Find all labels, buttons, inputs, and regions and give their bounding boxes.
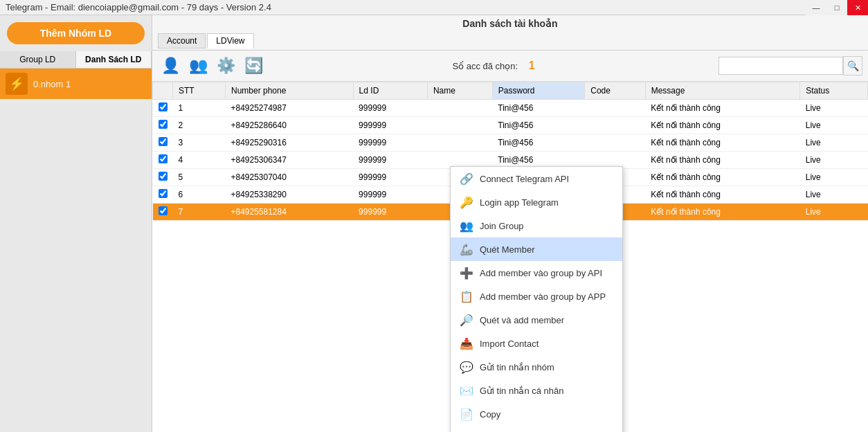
table-row[interactable]: 2 +84925286640 999999 Tini@456 Kết nối t… [153, 117, 868, 134]
menu-item-icon-6: 🔎 [459, 312, 474, 327]
tab-ldview[interactable]: LDView [207, 33, 253, 48]
sidebar-tabs: Group LD Danh Sách LD [0, 51, 152, 69]
title-bar: Telegram - Email: diencoiapple@gmail.com… [0, 0, 868, 15]
row-phone: +84925306347 [225, 152, 353, 169]
menu-item-label-8: Gửi tin nhắn nhóm [480, 362, 554, 372]
refresh-icon[interactable]: 🔄 [241, 53, 266, 78]
row-status: Live [800, 100, 868, 117]
row-status: Live [800, 169, 868, 186]
context-menu-item-5[interactable]: 📋 Add member vào group by APP [451, 285, 622, 308]
row-phone: +84925581284 [225, 204, 353, 221]
row-checkbox[interactable] [153, 152, 173, 169]
row-message: Kết nối thành công [645, 134, 800, 152]
row-stt: 6 [173, 186, 226, 204]
row-phone: +84925338290 [225, 186, 353, 204]
context-menu-item-6[interactable]: 🔎 Quét và add member [451, 308, 622, 332]
row-phone: +84925290316 [225, 134, 353, 152]
row-status: Live [800, 186, 868, 204]
context-menu-item-0[interactable]: 🔗 Connect Telegram API [451, 167, 622, 190]
row-checkbox[interactable] [153, 134, 173, 152]
row-ldid: 999999 [353, 100, 427, 117]
add-group-button[interactable]: Thêm Nhóm LD [7, 22, 145, 44]
row-message: Kết nối thành công [645, 169, 800, 186]
menu-item-icon-8: 💬 [459, 359, 474, 375]
close-button[interactable]: ✕ [847, 0, 868, 15]
row-stt: 4 [173, 152, 226, 169]
tab-group-ld[interactable]: Group LD [0, 51, 76, 68]
menu-item-icon-7: 📥 [459, 336, 474, 351]
row-password: Tini@456 [492, 100, 584, 117]
menu-item-label-2: Join Group [480, 221, 524, 231]
menu-item-icon-9: ✉️ [459, 383, 474, 398]
title-bar-controls: — □ ✕ [806, 0, 868, 15]
row-ldid: 999999 [353, 134, 427, 152]
settings-icon[interactable]: ⚙️ [213, 53, 238, 78]
title-bar-text: Telegram - Email: diencoiapple@gmail.com… [6, 2, 271, 12]
person-add-icon[interactable]: 👤 [158, 53, 183, 78]
search-button[interactable]: 🔍 [843, 56, 862, 75]
table-row[interactable]: 3 +84925290316 999999 Tini@456 Kết nối t… [153, 134, 868, 152]
row-status: Live [800, 117, 868, 134]
row-stt: 3 [173, 134, 226, 152]
context-menu-item-7[interactable]: 📥 Import Contact [451, 332, 622, 355]
row-name [427, 134, 492, 152]
context-menu-item-2[interactable]: 👥 Join Group [451, 214, 622, 237]
row-status: Live [800, 152, 868, 169]
menu-item-label-7: Import Contact [480, 339, 539, 349]
row-ldid: 999999 [353, 152, 427, 169]
group-icon: ⚡ [6, 73, 28, 95]
app-container: Thêm Nhóm LD Group LD Danh Sách LD ⚡ 0.n… [0, 15, 868, 432]
tab-danh-sach-ld[interactable]: Danh Sách LD [76, 51, 152, 68]
col-stt: STT [173, 82, 226, 100]
menu-item-icon-10: 📄 [459, 406, 474, 422]
menu-item-icon-4: ➕ [459, 265, 474, 280]
row-message: Kết nối thành công [645, 117, 800, 134]
col-name: Name [427, 82, 492, 100]
context-menu-item-4[interactable]: ➕ Add member vào group by API [451, 261, 622, 285]
row-stt: 5 [173, 169, 226, 186]
group-name: 0.nhom 1 [33, 79, 71, 89]
row-password: Tini@456 [492, 134, 584, 152]
menu-item-label-10: Copy [480, 409, 500, 420]
col-status: Status [800, 82, 868, 100]
row-password: Tini@456 [492, 117, 584, 134]
menu-item-label-5: Add member vào group by APP [480, 291, 606, 302]
context-menu-item-1[interactable]: 🔑 Login app Telegram [451, 190, 622, 214]
row-checkbox[interactable] [153, 204, 173, 221]
col-message: Message [645, 82, 800, 100]
row-stt: 7 [173, 204, 226, 221]
row-name [427, 117, 492, 134]
row-ldid: 999999 [353, 117, 427, 134]
table-row[interactable]: 1 +84925274987 999999 Tini@456 Kết nối t… [153, 100, 868, 117]
row-code [585, 117, 645, 134]
tab-account[interactable]: Account [158, 33, 206, 48]
group-icon[interactable]: 👥 [186, 53, 210, 78]
menu-item-label-3: Quét Member [480, 244, 534, 255]
col-checkbox [153, 82, 173, 100]
row-checkbox[interactable] [153, 169, 173, 186]
context-menu-item-9[interactable]: ✉️ Gửi tin nhắn cá nhân [451, 379, 622, 402]
context-menu-item-10[interactable]: 📄 Copy [451, 402, 622, 426]
context-menu-item-11[interactable]: 🔄 Cập nhật tài khoản [451, 426, 622, 432]
row-checkbox[interactable] [153, 117, 173, 134]
account-tabs: Account LDView [152, 32, 868, 51]
row-code [585, 100, 645, 117]
context-menu-item-3[interactable]: 🦾 Quét Member [451, 237, 622, 261]
menu-item-icon-5: 📋 [459, 289, 474, 304]
context-menu-item-8[interactable]: 💬 Gửi tin nhắn nhóm [451, 355, 622, 379]
search-input[interactable] [718, 57, 843, 75]
menu-item-label-9: Gửi tin nhắn cá nhân [480, 386, 564, 396]
row-ldid: 999999 [353, 186, 427, 204]
list-item[interactable]: ⚡ 0.nhom 1 [0, 69, 152, 99]
menu-item-label-1: Login app Telegram [480, 197, 559, 208]
row-status: Live [800, 204, 868, 221]
row-ldid: 999999 [353, 169, 427, 186]
menu-item-icon-3: 🦾 [459, 242, 474, 257]
row-stt: 1 [173, 100, 226, 117]
row-code [585, 134, 645, 152]
maximize-button[interactable]: □ [826, 0, 847, 15]
row-checkbox[interactable] [153, 186, 173, 204]
minimize-button[interactable]: — [806, 0, 826, 15]
selected-info: Số acc đã chọn: 1 [269, 60, 718, 72]
row-checkbox[interactable] [153, 100, 173, 117]
